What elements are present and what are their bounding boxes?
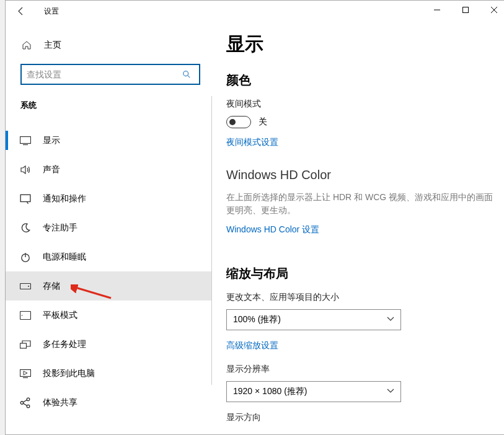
- svg-point-12: [28, 286, 29, 287]
- home-link[interactable]: 主页: [6, 34, 211, 56]
- toggle-state: 关: [259, 116, 267, 128]
- svg-point-4: [183, 71, 188, 76]
- notifications-icon: [19, 193, 32, 204]
- hd-color-settings-link[interactable]: Windows HD Color 设置: [226, 224, 493, 235]
- search-box[interactable]: [20, 64, 200, 85]
- sidebar-item-label: 显示: [43, 135, 60, 146]
- tablet-icon: [19, 310, 32, 321]
- svg-rect-16: [20, 369, 31, 376]
- focus-icon: [19, 222, 32, 234]
- resolution-dropdown[interactable]: 1920 × 1080 (推荐): [226, 381, 401, 402]
- resolution-label: 显示分辨率: [226, 364, 493, 375]
- svg-point-19: [27, 398, 30, 401]
- sidebar-item-label: 多任务处理: [43, 339, 86, 350]
- share-icon: [19, 397, 32, 408]
- svg-rect-6: [20, 136, 31, 143]
- night-mode-settings-link[interactable]: 夜间模式设置: [226, 137, 493, 148]
- app-title: 设置: [44, 6, 59, 17]
- chevron-down-icon: [387, 315, 394, 325]
- search-icon: [179, 70, 194, 79]
- night-mode-label: 夜间模式: [226, 99, 493, 110]
- color-heading: 颜色: [226, 72, 493, 89]
- advanced-scale-link[interactable]: 高级缩放设置: [226, 340, 493, 351]
- power-icon: [19, 252, 32, 263]
- svg-rect-1: [463, 7, 469, 13]
- sidebar-item-focus[interactable]: 专注助手: [6, 213, 211, 242]
- text-size-label: 更改文本、应用等项目的大小: [226, 292, 493, 303]
- sidebar-section: 系统: [6, 92, 211, 117]
- sidebar-item-multitask[interactable]: 多任务处理: [6, 330, 211, 359]
- sidebar-item-label: 专注助手: [43, 222, 77, 234]
- sidebar-item-label: 声音: [43, 164, 60, 175]
- svg-rect-8: [20, 195, 30, 201]
- hd-description: 在上面所选择的显示器上让 HDR 和 WCG 视频、游戏和应用中的画面更明亮、更…: [226, 191, 493, 217]
- home-icon: [22, 40, 34, 50]
- resolution-value: 1920 × 1080 (推荐): [233, 386, 307, 397]
- back-button[interactable]: [12, 2, 30, 20]
- sidebar-item-label: 电源和睡眠: [43, 252, 86, 263]
- svg-point-18: [20, 401, 24, 404]
- sidebar-item-label: 平板模式: [43, 310, 77, 321]
- chevron-down-icon: [387, 387, 394, 397]
- text-size-value: 100% (推荐): [233, 314, 281, 325]
- svg-rect-15: [20, 343, 27, 348]
- home-label: 主页: [44, 40, 61, 51]
- multitask-icon: [19, 339, 32, 350]
- svg-point-20: [27, 405, 30, 408]
- sidebar-item-label: 投影到此电脑: [43, 368, 95, 379]
- sidebar-item-notifications[interactable]: 通知和操作: [6, 184, 211, 213]
- maximize-button[interactable]: [451, 1, 480, 19]
- project-icon: [19, 368, 32, 379]
- sound-icon: [19, 164, 32, 175]
- hd-heading: Windows HD Color: [226, 168, 493, 182]
- text-size-dropdown[interactable]: 100% (推荐): [226, 309, 401, 330]
- svg-line-21: [24, 400, 27, 402]
- sidebar-item-label: 体验共享: [43, 397, 77, 408]
- svg-line-5: [188, 76, 190, 78]
- svg-line-22: [24, 403, 27, 405]
- sidebar-item-power[interactable]: 电源和睡眠: [6, 242, 211, 271]
- sidebar-item-project[interactable]: 投影到此电脑: [6, 359, 211, 388]
- sidebar-item-label: 存储: [43, 281, 60, 292]
- sidebar-item-storage[interactable]: 存储: [6, 271, 211, 301]
- sidebar-item-sound[interactable]: 声音: [6, 155, 211, 184]
- sidebar-item-share[interactable]: 体验共享: [6, 388, 211, 417]
- night-mode-toggle[interactable]: [226, 116, 251, 128]
- display-icon: [19, 135, 32, 146]
- page-title: 显示: [226, 32, 493, 57]
- sidebar-item-label: 通知和操作: [43, 193, 86, 204]
- storage-icon: [19, 281, 32, 292]
- orientation-label: 显示方向: [226, 412, 493, 423]
- sidebar-item-display[interactable]: 显示: [6, 126, 211, 155]
- close-button[interactable]: [480, 1, 504, 19]
- minimize-button[interactable]: [423, 1, 451, 19]
- search-input[interactable]: [27, 69, 179, 79]
- sidebar-item-tablet[interactable]: 平板模式: [6, 301, 211, 330]
- scale-heading: 缩放与布局: [226, 265, 493, 282]
- svg-point-14: [22, 315, 23, 316]
